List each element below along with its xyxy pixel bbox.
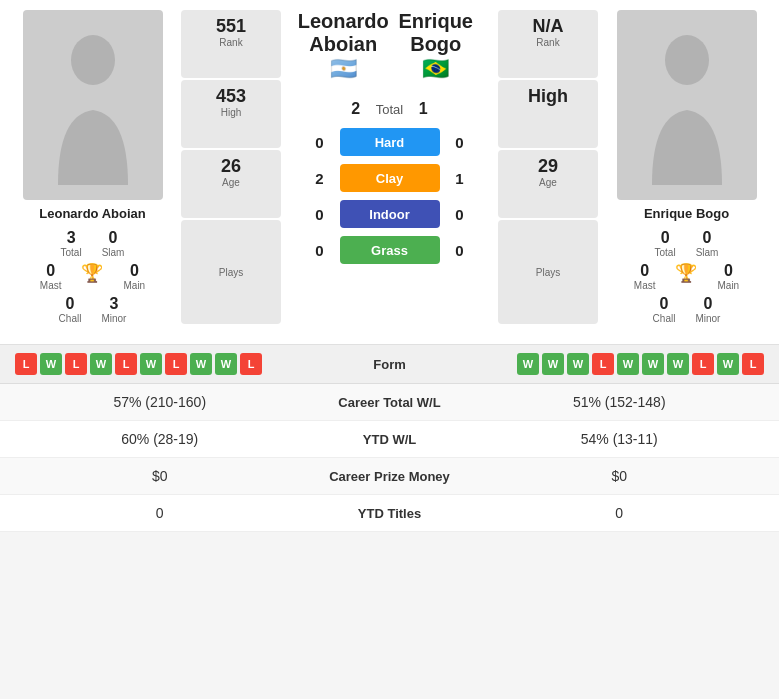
- form-label: Form: [330, 357, 450, 372]
- indoor-score-p1: 0: [310, 206, 330, 223]
- grass-score-p2: 0: [450, 242, 470, 259]
- player2-total: 0 Total: [655, 229, 676, 258]
- player2-name: Enrique Bogo: [644, 206, 729, 221]
- ytd-titles-label: YTD Titles: [300, 506, 480, 521]
- p1-badge-0: L: [15, 353, 37, 375]
- court-hard-btn: Hard: [340, 128, 440, 156]
- player1-trophy-icon: 🏆: [81, 262, 103, 291]
- player1-flag-row: 🇦🇷: [297, 56, 390, 82]
- player2-high-box: High: [498, 80, 598, 148]
- form-row: L W L W L W L W W L Form W W W L W W W L: [0, 345, 779, 384]
- total-score-p2: 1: [413, 100, 433, 118]
- svg-point-0: [71, 35, 115, 85]
- player1-name: Leonardo Aboian: [39, 206, 145, 221]
- career-total-p1: 57% (210-160): [20, 394, 300, 410]
- prize-money-label: Career Prize Money: [300, 469, 480, 484]
- p2-badge-5: W: [642, 353, 664, 375]
- court-row-grass: 0 Grass 0: [297, 236, 482, 264]
- player2-stats: 0 Total 0 Slam 0 Mast 🏆: [604, 229, 769, 324]
- hard-score-p2: 0: [450, 134, 470, 151]
- bottom-section: L W L W L W L W W L Form W W W L W W W L: [0, 344, 779, 532]
- player2-plays-box: Plays: [498, 220, 598, 324]
- player2-high-value: High: [506, 86, 590, 107]
- player2-rank-label: Rank: [506, 37, 590, 48]
- prize-money-p2: $0: [480, 468, 760, 484]
- player1-age-label: Age: [189, 177, 273, 188]
- p1-badge-5: W: [140, 353, 162, 375]
- player1-plays-box: Plays: [181, 220, 281, 324]
- player2-age-box: 29 Age: [498, 150, 598, 218]
- p1-badge-3: W: [90, 353, 112, 375]
- player1-age-box: 26 Age: [181, 150, 281, 218]
- p2-badge-1: W: [542, 353, 564, 375]
- p1-badge-9: L: [240, 353, 262, 375]
- player1-high-value: 453: [189, 86, 273, 107]
- player1-minor: 3 Minor: [101, 295, 126, 324]
- player2-slam: 0 Slam: [696, 229, 719, 258]
- player2-age-label: Age: [506, 177, 590, 188]
- player1-rank-value: 551: [189, 16, 273, 37]
- ytd-wl-row: 60% (28-19) YTD W/L 54% (13-11): [0, 421, 779, 458]
- prize-money-row: $0 Career Prize Money $0: [0, 458, 779, 495]
- ytd-titles-p1: 0: [20, 505, 300, 521]
- player2-middle-stats: N/A Rank High 29 Age Plays: [498, 10, 598, 324]
- career-total-row: 57% (210-160) Career Total W/L 51% (152-…: [0, 384, 779, 421]
- player2-stat-row-3: 0 Chall 0 Minor: [604, 295, 769, 324]
- p1-badge-2: L: [65, 353, 87, 375]
- ytd-wl-label: YTD W/L: [300, 432, 480, 447]
- player2-flag: 🇧🇷: [422, 56, 449, 82]
- svg-point-1: [665, 35, 709, 85]
- player2-card: Enrique Bogo 0 Total 0 Slam 0 Mast: [604, 10, 769, 324]
- clay-score-p1: 2: [310, 170, 330, 187]
- player2-chall: 0 Chall: [653, 295, 676, 324]
- court-row-hard: 0 Hard 0: [297, 128, 482, 156]
- player2-rank-value: N/A: [506, 16, 590, 37]
- player1-total: 3 Total: [61, 229, 82, 258]
- p2-badge-6: W: [667, 353, 689, 375]
- player2-avatar: [617, 10, 757, 200]
- player1-stat-row-3: 0 Chall 3 Minor: [10, 295, 175, 324]
- p2-badge-4: W: [617, 353, 639, 375]
- court-row-indoor: 0 Indoor 0: [297, 200, 482, 228]
- center-names-row: Leonardo Aboian 🇦🇷 Enrique Bogo 🇧🇷: [297, 10, 482, 90]
- grass-score-p1: 0: [310, 242, 330, 259]
- player1-high-box: 453 High: [181, 80, 281, 148]
- p2-badge-3: L: [592, 353, 614, 375]
- player2-flag-row: 🇧🇷: [390, 56, 483, 82]
- player1-mast: 0 Mast: [40, 262, 62, 291]
- player2-age-value: 29: [506, 156, 590, 177]
- player1-avatar: [23, 10, 163, 200]
- form-badges-p2: W W W L W W W L W L: [450, 353, 765, 375]
- player1-chall: 0 Chall: [59, 295, 82, 324]
- court-indoor-btn: Indoor: [340, 200, 440, 228]
- player1-stat-row-2: 0 Mast 🏆 0 Main: [10, 262, 175, 291]
- player2-minor: 0 Minor: [695, 295, 720, 324]
- p1-badge-8: W: [215, 353, 237, 375]
- career-total-p2: 51% (152-148): [480, 394, 760, 410]
- court-grass-btn: Grass: [340, 236, 440, 264]
- p1-badge-4: L: [115, 353, 137, 375]
- p2-badge-8: W: [717, 353, 739, 375]
- main-container: Leonardo Aboian 3 Total 0 Slam 0 Mast: [0, 0, 779, 532]
- top-section: Leonardo Aboian 3 Total 0 Slam 0 Mast: [0, 0, 779, 334]
- player1-card: Leonardo Aboian 3 Total 0 Slam 0 Mast: [10, 10, 175, 324]
- player1-rank-label: Rank: [189, 37, 273, 48]
- p2-badge-9: L: [742, 353, 764, 375]
- player2-plays-label: Plays: [536, 267, 560, 278]
- ytd-titles-row: 0 YTD Titles 0: [0, 495, 779, 532]
- total-row: 2 Total 1: [297, 100, 482, 118]
- court-row-clay: 2 Clay 1: [297, 164, 482, 192]
- clay-score-p2: 1: [450, 170, 470, 187]
- form-badges-p1: L W L W L W L W W L: [15, 353, 330, 375]
- player1-plays-label: Plays: [219, 267, 243, 278]
- p2-badge-7: L: [692, 353, 714, 375]
- indoor-score-p2: 0: [450, 206, 470, 223]
- player2-trophy-icon: 🏆: [675, 262, 697, 291]
- player1-flag: 🇦🇷: [330, 56, 357, 82]
- total-score-p1: 2: [346, 100, 366, 118]
- court-clay-btn: Clay: [340, 164, 440, 192]
- center-player1-name: Leonardo Aboian 🇦🇷: [297, 10, 390, 90]
- center-player2-name: Enrique Bogo 🇧🇷: [390, 10, 483, 90]
- player1-rank-box: 551 Rank: [181, 10, 281, 78]
- p1-badge-7: W: [190, 353, 212, 375]
